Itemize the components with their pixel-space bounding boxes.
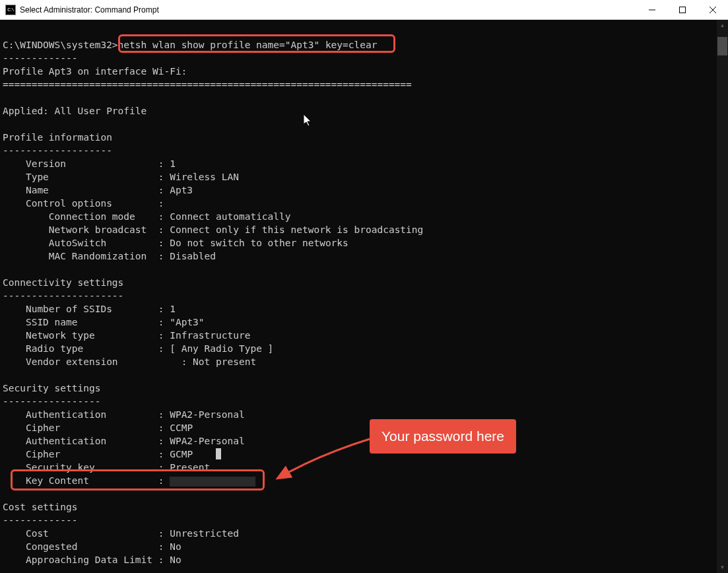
field-value: "Apt3" (170, 317, 204, 327)
prompt-prefix: C:\WINDOWS\system32> (3, 40, 118, 50)
text-cursor (216, 448, 221, 459)
profile-heading: Profile Apt3 on interface Wi-Fi: (3, 66, 187, 77)
field-value: Present (170, 462, 210, 473)
field-label: Authentication (26, 409, 106, 420)
window-title: Select Administrator: Command Prompt (20, 5, 637, 15)
field-label: Control options (26, 198, 112, 209)
field-value: Connect automatically (170, 211, 290, 222)
field-label: Key Content (26, 475, 89, 486)
field-label: AutoSwitch (49, 238, 106, 248)
field-label: Number of SSIDs (26, 304, 112, 314)
field-value: Wireless LAN (170, 172, 239, 182)
field-label: Network type (26, 330, 95, 341)
applied-line: Applied: All User Profile (3, 106, 147, 116)
field-label: SSID name (26, 317, 78, 327)
divider: ------------------- (3, 145, 112, 156)
field-value: Connect only if this network is broadcas… (170, 224, 423, 235)
cmd-icon: C:\ (5, 5, 16, 15)
field-value: WPA2-Personal (170, 436, 245, 446)
field-value: Unrestricted (170, 528, 239, 539)
minimize-button[interactable] (637, 0, 667, 20)
field-label: Name (26, 185, 49, 195)
window-titlebar: C:\ Select Administrator: Command Prompt (0, 0, 728, 20)
field-label: Vendor extension (26, 356, 118, 367)
field-label: Radio type (26, 343, 83, 354)
maximize-button[interactable] (667, 0, 698, 20)
empty-line (3, 26, 9, 37)
field-value: No (170, 541, 181, 552)
field-label: Type (26, 172, 49, 182)
field-value: Apt3 (170, 185, 193, 195)
field-label: Connection mode (49, 211, 135, 222)
section-cost: Cost settings (3, 502, 78, 512)
section-connectivity: Connectivity settings (3, 277, 123, 288)
terminal-output[interactable]: C:\WINDOWS\system32>netsh wlan show prof… (0, 20, 717, 573)
field-value: WPA2-Personal (170, 409, 245, 420)
vertical-scrollbar[interactable]: ▲ ▼ (717, 20, 728, 573)
field-label: Cipher (26, 422, 60, 433)
field-label: Approaching Data Limit (26, 555, 152, 565)
field-value: 1 (170, 158, 176, 169)
field-label: Network broadcast (49, 224, 147, 235)
field-label: Version (26, 158, 66, 169)
field-value: No (170, 555, 181, 565)
divider: --------------------- (3, 290, 123, 301)
field-label: Cipher (26, 449, 60, 459)
field-label: Cost (26, 528, 49, 539)
section-profile: Profile information (3, 132, 112, 143)
divider: ------------- (3, 53, 78, 63)
close-button[interactable] (698, 0, 728, 20)
field-value: Not present (193, 356, 256, 367)
svg-rect-1 (680, 7, 686, 13)
mouse-cursor-icon (304, 114, 313, 127)
divider: ========================================… (3, 79, 412, 90)
field-value: CCMP (170, 422, 193, 433)
field-value: Infrastructure (170, 330, 250, 341)
field-value: [ Any Radio Type ] (170, 343, 273, 354)
scroll-down-icon[interactable]: ▼ (717, 562, 728, 573)
field-value: Disabled (170, 251, 216, 261)
password-redacted (170, 477, 255, 487)
field-label: Security key (26, 462, 95, 473)
field-label: Congested (26, 541, 78, 552)
section-security: Security settings (3, 383, 100, 393)
field-value: Do not switch to other networks (170, 238, 348, 248)
entered-command: netsh wlan show profile name="Apt3" key=… (118, 40, 378, 50)
field-value: 1 (170, 304, 176, 314)
field-value: GCMP (170, 449, 193, 459)
divider: ----------------- (3, 396, 100, 407)
scrollbar-thumb[interactable] (717, 37, 727, 55)
field-label: MAC Randomization (49, 251, 147, 261)
divider: ------------- (3, 515, 78, 525)
field-label: Authentication (26, 436, 106, 446)
scroll-up-icon[interactable]: ▲ (717, 20, 728, 31)
